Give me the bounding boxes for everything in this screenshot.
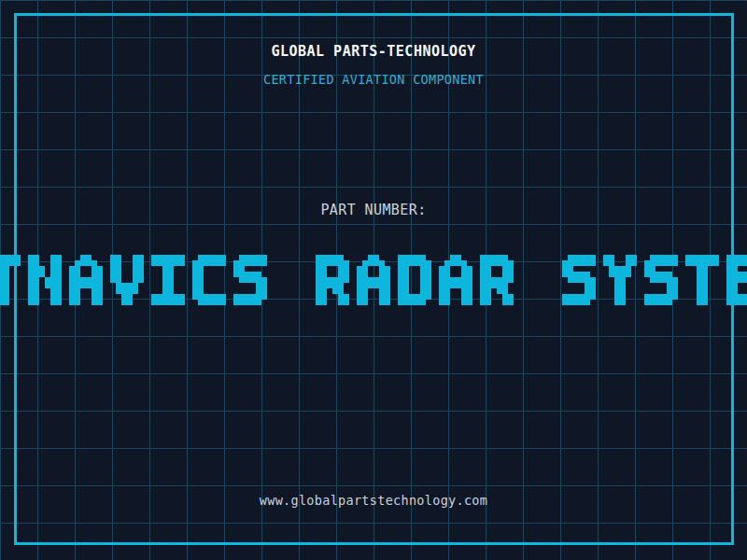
website-url: www.globalpartstechnology.com — [0, 495, 747, 508]
label-background: GLOBAL PARTS-TECHNOLOGY CERTIFIED AVIATI… — [0, 0, 747, 560]
part-number-label: PART NUMBER: — [0, 203, 747, 217]
part-number-value — [0, 255, 747, 305]
pixel-text-graphic — [0, 255, 747, 305]
company-name: GLOBAL PARTS-TECHNOLOGY — [0, 45, 747, 59]
certification-subtitle: CERTIFIED AVIATION COMPONENT — [0, 74, 747, 87]
